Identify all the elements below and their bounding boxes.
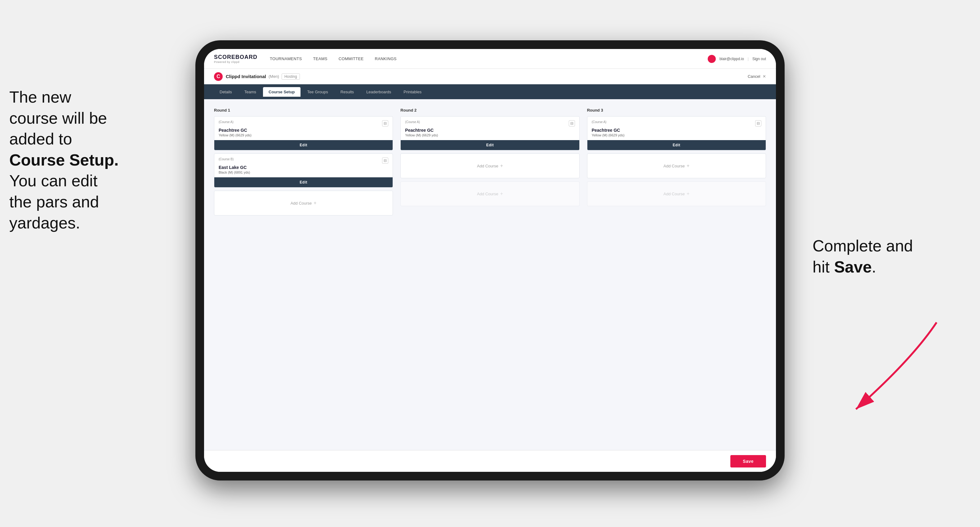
tab-course-setup[interactable]: Course Setup (263, 87, 301, 97)
nav-link-tournaments[interactable]: TOURNAMENTS (270, 56, 302, 61)
sign-out-link[interactable]: Sign out (752, 57, 766, 61)
round-1-course-b-delete-button[interactable]: ⊟ (382, 157, 388, 163)
round-2-course-a-delete-button[interactable]: ⊟ (569, 120, 575, 127)
tab-leaderboards[interactable]: Leaderboards (361, 87, 397, 97)
round-1-course-b-edit-button[interactable]: Edit (214, 177, 393, 187)
round-3-column: Round 3 (Course A) ⊟ Peachtree GC Yellow… (587, 108, 766, 219)
round-3-course-a-name: Peachtree GC (592, 128, 761, 133)
annotation-right: Complete and hit Save. (813, 236, 955, 278)
round-2-course-a-tee: Yellow (M) (6629 yds) (405, 133, 575, 137)
round-2-add-course-button[interactable]: Add Course + (400, 154, 579, 178)
tournament-bar: C Clippd Invitational (Men) Hosting Canc… (204, 69, 776, 84)
tab-printables[interactable]: Printables (398, 87, 427, 97)
add-course-plus-icon-r2: + (500, 163, 503, 169)
logo-subtitle: Powered by clippd (214, 60, 258, 63)
round-2-column: Round 2 (Course A) ⊟ Peachtree GC Yellow… (400, 108, 579, 219)
add-course-plus-icon-r3: + (687, 163, 689, 169)
round-1-course-b-name: East Lake GC (219, 165, 388, 170)
nav-link-rankings[interactable]: RANKINGS (375, 56, 396, 61)
top-nav-right: blair@clippd.io | Sign out (708, 55, 766, 63)
round-1-course-a-edit-button[interactable]: Edit (214, 140, 393, 150)
save-button[interactable]: Save (730, 455, 766, 467)
tab-details[interactable]: Details (214, 87, 237, 97)
round-3-add-course-button-2: Add Course + (587, 181, 766, 206)
round-1-course-a-name: Peachtree GC (219, 128, 388, 133)
tournament-gender: (Men) (269, 74, 279, 79)
round-3-course-a-label: (Course A) (592, 120, 607, 124)
round-1-course-a-delete-button[interactable]: ⊟ (382, 120, 388, 127)
nav-link-teams[interactable]: TEAMS (313, 56, 327, 61)
tab-tee-groups[interactable]: Tee Groups (302, 87, 334, 97)
round-1-course-a-tee: Yellow (M) (6629 yds) (219, 133, 388, 137)
bottom-bar: Save (204, 450, 776, 472)
round-2-label: Round 2 (400, 108, 579, 113)
tournament-name: Clippd Invitational (226, 74, 266, 79)
round-1-course-a-label: (Course A) (219, 120, 234, 124)
round-3-course-a-delete-button[interactable]: ⊟ (755, 120, 761, 127)
round-2-course-a-label: (Course A) (405, 120, 420, 124)
round-1-column: Round 1 (Course A) ⊟ Peachtree GC Yellow… (214, 108, 393, 219)
cancel-button[interactable]: Cancel ✕ (748, 74, 766, 79)
round-3-course-a-edit-button[interactable]: Edit (587, 140, 766, 150)
tournament-status: Hosting (282, 73, 300, 80)
tab-results[interactable]: Results (335, 87, 360, 97)
scoreboard-logo: SCOREBOARD Powered by clippd (214, 54, 258, 63)
cancel-x-icon: ✕ (763, 74, 766, 79)
add-course-plus-icon: + (313, 200, 316, 206)
user-avatar (708, 55, 716, 63)
round-3-add-course-button[interactable]: Add Course + (587, 154, 766, 178)
round-2-course-a-card: (Course A) ⊟ Peachtree GC Yellow (M) (66… (400, 116, 579, 150)
top-nav: SCOREBOARD Powered by clippd TOURNAMENTS… (204, 49, 776, 69)
tablet-screen: SCOREBOARD Powered by clippd TOURNAMENTS… (204, 49, 776, 472)
round-2-course-a-edit-button[interactable]: Edit (401, 140, 579, 150)
round-3-course-a-card: (Course A) ⊟ Peachtree GC Yellow (M) (66… (587, 116, 766, 150)
nav-link-committee[interactable]: COMMITTEE (339, 56, 364, 61)
logo-title: SCOREBOARD (214, 54, 258, 60)
rounds-grid: Round 1 (Course A) ⊟ Peachtree GC Yellow… (214, 108, 766, 219)
round-2-add-course-button-2: Add Course + (400, 181, 579, 206)
round-1-add-course-button[interactable]: Add Course + (214, 190, 393, 216)
round-1-course-b-tee: Black (M) (6891 yds) (219, 170, 388, 174)
tab-bar: Details Teams Course Setup Tee Groups Re… (204, 84, 776, 99)
tablet: SCOREBOARD Powered by clippd TOURNAMENTS… (196, 40, 784, 481)
tab-teams[interactable]: Teams (239, 87, 262, 97)
round-1-course-b-label: (Course B) (219, 157, 234, 161)
user-email: blair@clippd.io (719, 57, 744, 61)
round-1-label: Round 1 (214, 108, 393, 113)
top-nav-links: TOURNAMENTS TEAMS COMMITTEE RANKINGS (270, 56, 708, 61)
round-1-course-a-card: (Course A) ⊟ Peachtree GC Yellow (M) (66… (214, 116, 393, 150)
main-content: Round 1 (Course A) ⊟ Peachtree GC Yellow… (204, 99, 776, 450)
arrow-right-icon (819, 316, 949, 422)
tournament-logo: C (214, 72, 223, 81)
round-2-course-a-name: Peachtree GC (405, 128, 575, 133)
round-1-course-b-card: (Course B) ⊟ East Lake GC Black (M) (689… (214, 154, 393, 187)
round-3-label: Round 3 (587, 108, 766, 113)
round-3-course-a-tee: Yellow (M) (6629 yds) (592, 133, 761, 137)
annotation-left: The new course will be added to Course S… (9, 87, 189, 233)
